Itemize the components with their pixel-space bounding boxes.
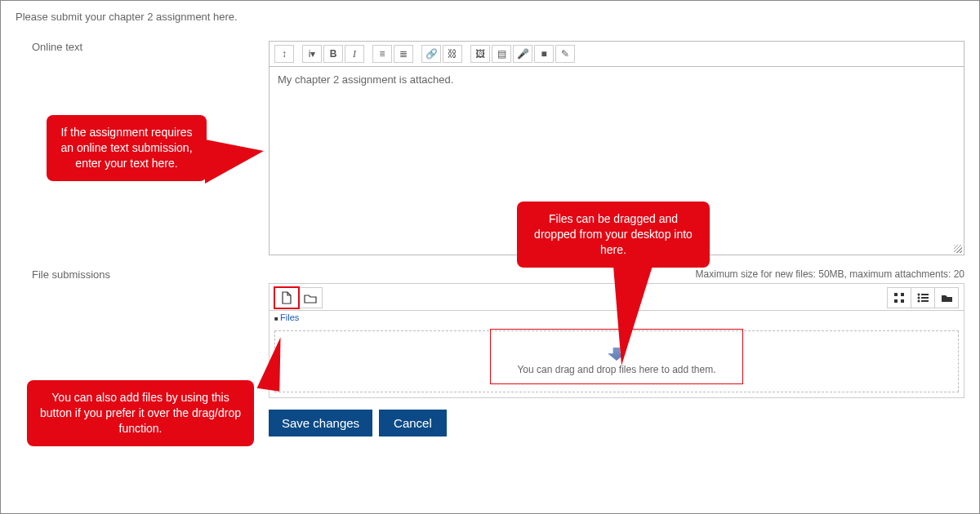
page-instructions: Please submit your chapter 2 assignment … [16, 11, 964, 23]
create-folder-button[interactable] [298, 287, 323, 308]
toolbar-unlink-button[interactable]: ⛓ [443, 45, 462, 63]
svg-rect-1 [901, 293, 904, 296]
callout-add-file-label: You can also add files by using this but… [40, 391, 241, 435]
toolbar-link-button[interactable]: 🔗 [421, 45, 441, 63]
svg-rect-7 [921, 297, 929, 299]
toolbar-bullet-list-button[interactable]: ≡ [372, 45, 392, 63]
svg-rect-2 [894, 299, 898, 303]
callout-pointer-icon [205, 140, 264, 184]
callout-add-file: You can also add files by using this but… [27, 380, 254, 446]
folder-solid-icon [941, 293, 952, 303]
resize-handle-icon[interactable] [954, 245, 962, 253]
toolbar-italic-button[interactable]: I [345, 45, 364, 63]
svg-point-6 [918, 297, 920, 299]
callout-online-text-label: If the assignment requires an online tex… [60, 126, 192, 170]
callout-online-text: If the assignment requires an online tex… [47, 115, 207, 181]
callout-drag-drop-label: Files can be dragged and dropped from yo… [534, 212, 693, 256]
toolbar-expand-button[interactable]: ↕ [274, 45, 294, 63]
toolbar-bold-button[interactable]: B [323, 45, 343, 63]
svg-rect-9 [921, 300, 929, 302]
svg-point-8 [918, 300, 920, 303]
toolbar-record-audio-button[interactable]: 🎤 [513, 45, 532, 63]
svg-rect-3 [901, 299, 904, 303]
editor-content: My chapter 2 assignment is attached. [278, 73, 453, 86]
svg-rect-0 [894, 293, 898, 296]
toolbar-image-button[interactable]: 🖼 [470, 45, 490, 63]
file-icon [281, 291, 292, 304]
toolbar-number-list-button[interactable]: ≣ [394, 45, 413, 63]
cancel-button[interactable]: Cancel [379, 410, 447, 436]
folder-icon [304, 293, 317, 304]
editor-toolbar: ↕ i▾ B I ≡ ≣ 🔗 ⛓ 🖼 ▤ 🎤 ■ ✎ [270, 42, 964, 67]
view-details-button[interactable] [911, 287, 935, 308]
save-changes-button[interactable]: Save changes [269, 410, 372, 436]
callout-pointer-icon [613, 266, 653, 366]
toolbar-record-video-button[interactable]: ■ [534, 45, 554, 63]
page-frame: Please submit your chapter 2 assignment … [0, 0, 980, 514]
svg-point-4 [918, 294, 920, 296]
action-buttons: Save changes Cancel [269, 410, 964, 436]
dropzone-text: You can drag and drop files here to add … [517, 364, 715, 375]
toolbar-manage-files-button[interactable]: ✎ [555, 45, 575, 63]
svg-rect-5 [921, 294, 929, 295]
toolbar-paragraph-button[interactable]: i▾ [302, 45, 322, 63]
callout-drag-drop: Files can be dragged and dropped from yo… [517, 202, 710, 268]
view-tree-button[interactable] [934, 287, 959, 308]
toolbar-media-button[interactable]: ▤ [492, 45, 511, 63]
list-icon [917, 293, 929, 303]
grid-icon [893, 292, 905, 304]
add-file-button[interactable] [274, 287, 299, 308]
view-icons-button[interactable] [887, 287, 911, 308]
